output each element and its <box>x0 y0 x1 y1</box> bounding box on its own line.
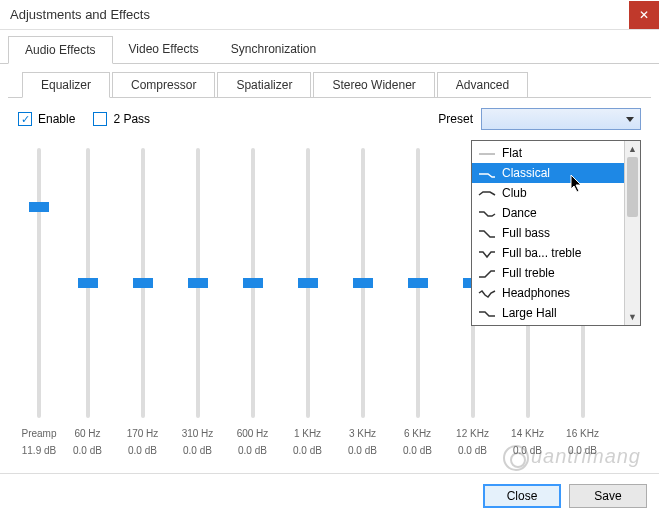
band-slider-3khz[interactable] <box>361 148 365 418</box>
band-label: 170 Hz <box>115 428 170 439</box>
bottom-bar: Close Save <box>0 473 659 517</box>
close-icon: ✕ <box>639 8 649 22</box>
band-value: 0.0 dB <box>500 445 555 456</box>
preset-option-flat[interactable]: Flat <box>472 143 624 163</box>
main-tab-bar: Audio Effects Video Effects Synchronizat… <box>0 30 659 64</box>
band-thumb[interactable] <box>353 278 373 288</box>
band-value: 0.0 dB <box>60 445 115 456</box>
band-thumb[interactable] <box>188 278 208 288</box>
tab-advanced[interactable]: Advanced <box>437 72 528 97</box>
preamp-thumb[interactable] <box>29 202 49 212</box>
preset-option-headphones[interactable]: Headphones <box>472 283 624 303</box>
tab-synchronization[interactable]: Synchronization <box>215 36 332 63</box>
band-value: 0.0 dB <box>115 445 170 456</box>
preset-option-full-bass[interactable]: Full bass <box>472 223 624 243</box>
preamp-column: Preamp 11.9 dB <box>18 148 60 456</box>
preset-option-label: Large Hall <box>502 306 557 320</box>
preamp-value: 11.9 dB <box>18 445 60 456</box>
band-value: 0.0 dB <box>390 445 445 456</box>
preset-option-label: Dance <box>502 206 537 220</box>
tab-compressor[interactable]: Compressor <box>112 72 215 97</box>
controls-row: Enable 2 Pass Preset <box>0 98 659 140</box>
band-thumb[interactable] <box>408 278 428 288</box>
preset-option-classical[interactable]: Classical <box>472 163 624 183</box>
preset-option-label: Full treble <box>502 266 555 280</box>
eq-curve-icon <box>478 248 496 258</box>
preset-option-large-hall[interactable]: Large Hall <box>472 303 624 323</box>
band-slider-1khz[interactable] <box>306 148 310 418</box>
tab-audio-effects[interactable]: Audio Effects <box>8 36 113 64</box>
titlebar: Adjustments and Effects ✕ <box>0 0 659 30</box>
equalizer-area: Preamp 11.9 dB 60 Hz 0.0 dB 170 Hz 0.0 d… <box>0 140 659 456</box>
window-title: Adjustments and Effects <box>10 7 150 22</box>
band-slider-6khz[interactable] <box>416 148 420 418</box>
preset-option-full-bass-treble[interactable]: Full ba... treble <box>472 243 624 263</box>
eq-curve-icon <box>478 268 496 278</box>
band-thumb[interactable] <box>133 278 153 288</box>
band-slider-60hz[interactable] <box>86 148 90 418</box>
two-pass-label: 2 Pass <box>113 112 150 126</box>
preset-option-club[interactable]: Club <box>472 183 624 203</box>
scroll-down-icon[interactable]: ▼ <box>625 309 640 325</box>
tab-stereo-widener[interactable]: Stereo Widener <box>313 72 434 97</box>
preset-option-full-treble[interactable]: Full treble <box>472 263 624 283</box>
band-label: 16 KHz <box>555 428 610 439</box>
preset-dropdown[interactable] <box>481 108 641 130</box>
tab-video-effects[interactable]: Video Effects <box>113 36 215 63</box>
eq-curve-icon <box>478 288 496 298</box>
band-label: 3 KHz <box>335 428 390 439</box>
eq-curve-icon <box>478 188 496 198</box>
band-label: 1 KHz <box>280 428 335 439</box>
eq-curve-icon <box>478 148 496 158</box>
preset-option-label: Club <box>502 186 527 200</box>
scroll-track[interactable] <box>625 217 640 309</box>
band-value: 0.0 dB <box>335 445 390 456</box>
band-thumb[interactable] <box>78 278 98 288</box>
band-310hz: 310 Hz 0.0 dB <box>170 148 225 456</box>
band-label: 12 KHz <box>445 428 500 439</box>
band-slider-600hz[interactable] <box>251 148 255 418</box>
band-170hz: 170 Hz 0.0 dB <box>115 148 170 456</box>
enable-label: Enable <box>38 112 75 126</box>
preamp-slider[interactable] <box>37 148 41 418</box>
save-button[interactable]: Save <box>569 484 647 508</box>
band-thumb[interactable] <box>243 278 263 288</box>
close-button[interactable]: Close <box>483 484 561 508</box>
preamp-label: Preamp <box>18 428 60 439</box>
eq-curve-icon <box>478 208 496 218</box>
preset-option-label: Classical <box>502 166 550 180</box>
preset-option-dance[interactable]: Dance <box>472 203 624 223</box>
band-slider-170hz[interactable] <box>141 148 145 418</box>
eq-curve-icon <box>478 228 496 238</box>
preset-option-label: Full ba... treble <box>502 246 581 260</box>
band-1khz: 1 KHz 0.0 dB <box>280 148 335 456</box>
band-600hz: 600 Hz 0.0 dB <box>225 148 280 456</box>
preset-option-label: Headphones <box>502 286 570 300</box>
tab-equalizer[interactable]: Equalizer <box>22 72 110 98</box>
eq-curve-icon <box>478 168 496 178</box>
band-label: 14 KHz <box>500 428 555 439</box>
preset-dropdown-list[interactable]: Flat Classical Club Dance Full bass Full… <box>471 140 641 326</box>
band-value: 0.0 dB <box>555 445 610 456</box>
eq-curve-icon <box>478 308 496 318</box>
band-value: 0.0 dB <box>280 445 335 456</box>
preset-label: Preset <box>438 112 473 126</box>
enable-checkbox[interactable] <box>18 112 32 126</box>
band-label: 310 Hz <box>170 428 225 439</box>
band-thumb[interactable] <box>298 278 318 288</box>
band-value: 0.0 dB <box>445 445 500 456</box>
dropdown-scrollbar[interactable]: ▲ ▼ <box>624 141 640 325</box>
band-3khz: 3 KHz 0.0 dB <box>335 148 390 456</box>
band-label: 60 Hz <box>60 428 115 439</box>
tab-spatializer[interactable]: Spatializer <box>217 72 311 97</box>
band-label: 600 Hz <box>225 428 280 439</box>
two-pass-checkbox[interactable] <box>93 112 107 126</box>
close-window-button[interactable]: ✕ <box>629 1 659 29</box>
sub-tab-bar: Equalizer Compressor Spatializer Stereo … <box>8 64 651 98</box>
band-slider-310hz[interactable] <box>196 148 200 418</box>
band-60hz: 60 Hz 0.0 dB <box>60 148 115 456</box>
preset-option-label: Full bass <box>502 226 550 240</box>
scroll-up-icon[interactable]: ▲ <box>625 141 640 157</box>
band-value: 0.0 dB <box>170 445 225 456</box>
scroll-thumb[interactable] <box>627 157 638 217</box>
